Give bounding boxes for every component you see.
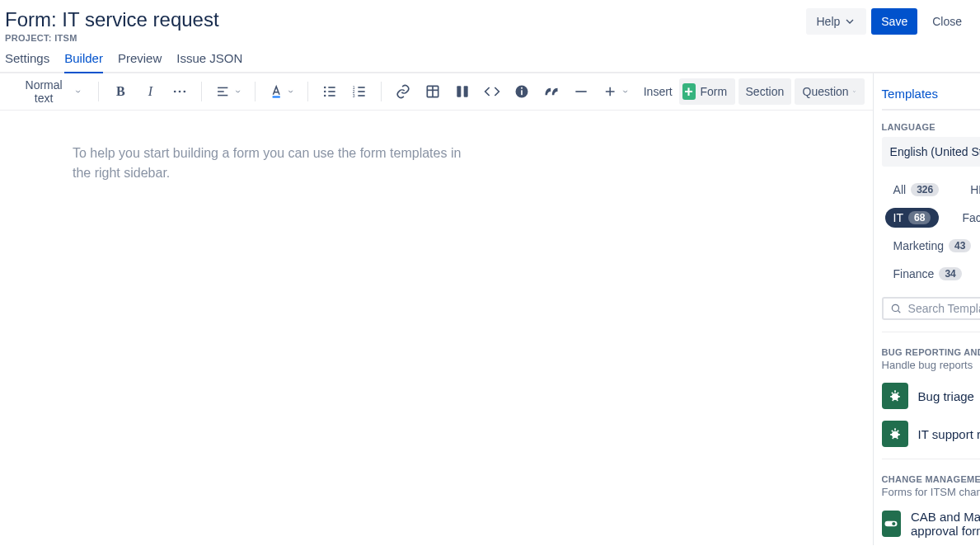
language-value: English (United States) <box>890 145 980 158</box>
chevron-down-icon <box>843 15 856 28</box>
plus-square-icon: + <box>682 83 696 100</box>
templates-sidebar: Templates LANGUAGE English (United State… <box>874 73 980 545</box>
category-pill-marketing[interactable]: Marketing43 <box>885 236 980 256</box>
header-actions: Help Save Close <box>806 8 972 35</box>
divider-button[interactable] <box>568 78 594 105</box>
category-name: All <box>893 183 907 196</box>
chevron-down-icon <box>234 87 241 96</box>
save-label: Save <box>881 15 907 28</box>
workspace: Normal text B I 123 <box>0 73 980 545</box>
numbered-list-button[interactable]: 123 <box>346 78 373 105</box>
insert-form-button[interactable]: + Form <box>679 78 735 105</box>
separator <box>381 82 382 101</box>
svg-point-33 <box>892 304 898 311</box>
align-button[interactable] <box>210 78 246 105</box>
close-button[interactable]: Close <box>922 8 972 35</box>
text-style-select[interactable]: Normal text <box>8 78 90 105</box>
sidebar-tab-templates[interactable]: Templates <box>882 83 938 111</box>
plus-icon <box>603 83 617 100</box>
tab-settings[interactable]: Settings <box>5 51 49 72</box>
columns-icon <box>454 83 471 100</box>
canvas-placeholder: To help you start building a form you ca… <box>73 144 471 183</box>
table-button[interactable] <box>420 78 446 105</box>
svg-line-34 <box>898 311 900 313</box>
info-icon <box>513 83 530 100</box>
insert-question-label: Question <box>803 85 849 98</box>
insert-form-label: Form <box>701 85 728 98</box>
text-style-label: Normal text <box>16 78 71 105</box>
category-name: Finance <box>893 267 935 280</box>
editor-canvas[interactable]: To help you start building a form you ca… <box>0 111 544 216</box>
category-count: 326 <box>911 183 939 196</box>
minus-icon <box>573 83 589 100</box>
editor-toolbar: Normal text B I 123 <box>0 73 873 111</box>
svg-point-2 <box>184 91 186 93</box>
template-group-desc: Forms for ITSM change management <box>882 486 980 498</box>
chevron-down-icon <box>852 87 856 96</box>
more-formatting-button[interactable] <box>166 78 193 105</box>
layout-button[interactable] <box>449 78 476 105</box>
category-name: Facilities <box>962 211 980 224</box>
tab-preview[interactable]: Preview <box>118 51 162 72</box>
bullet-list-button[interactable] <box>317 78 343 105</box>
insert-section-button[interactable]: Section <box>739 78 790 105</box>
separator <box>98 82 99 101</box>
code-button[interactable] <box>479 78 505 105</box>
svg-point-9 <box>324 91 326 93</box>
svg-point-36 <box>891 431 898 438</box>
category-pill-finance[interactable]: Finance34 <box>885 264 970 284</box>
category-filters: All326HR136IT68Facilities45Marketing43Fi… <box>882 180 980 284</box>
align-left-icon <box>215 83 230 100</box>
quote-button[interactable] <box>538 78 565 105</box>
category-pill-facilities[interactable]: Facilities45 <box>954 208 980 228</box>
separator <box>201 82 202 101</box>
toggle-icon <box>882 511 901 537</box>
language-label: LANGUAGE <box>882 122 980 132</box>
template-groups: BUG REPORTING AND TRIAGEHandle bug repor… <box>882 332 980 538</box>
text-color-button[interactable] <box>264 78 300 105</box>
search-templates-input[interactable] <box>908 302 980 315</box>
language-select[interactable]: English (United States) <box>882 137 980 167</box>
separator <box>882 459 980 459</box>
category-count: 43 <box>949 239 971 252</box>
template-item[interactable]: IT support request <box>882 421 980 447</box>
editor-column: Normal text B I 123 <box>0 73 874 545</box>
help-button[interactable]: Help <box>806 8 866 35</box>
template-item-name: CAB and Management approval form <box>911 510 980 538</box>
code-icon <box>484 83 500 100</box>
bold-button[interactable]: B <box>107 78 134 105</box>
close-label: Close <box>932 15 962 28</box>
help-label: Help <box>816 15 840 28</box>
template-item[interactable]: CAB and Management approval form <box>882 510 980 538</box>
italic-button[interactable]: I <box>137 78 163 105</box>
category-pill-all[interactable]: All326 <box>885 180 948 200</box>
svg-point-27 <box>521 87 523 89</box>
project-subtitle: PROJECT: ITSM <box>5 33 806 43</box>
title-block: Form: IT service request PROJECT: ITSM <box>5 8 806 43</box>
search-templates-wrap[interactable] <box>882 297 980 320</box>
svg-rect-24 <box>464 86 468 96</box>
text-color-icon <box>269 83 284 100</box>
insert-plus-button[interactable] <box>598 78 634 105</box>
category-pill-it[interactable]: IT68 <box>885 208 940 228</box>
svg-point-38 <box>893 522 896 525</box>
template-item-name: IT support request <box>918 427 980 441</box>
template-item[interactable]: Bug triage <box>882 383 980 409</box>
tab-issue-json[interactable]: Issue JSON <box>176 51 242 72</box>
bug-icon <box>882 383 908 409</box>
category-name: Marketing <box>893 239 944 252</box>
save-button[interactable]: Save <box>871 8 917 35</box>
svg-rect-7 <box>272 96 279 97</box>
table-icon <box>424 83 441 100</box>
template-item-name: Bug triage <box>918 389 974 403</box>
quote-icon <box>543 83 560 100</box>
category-name: HR <box>970 183 980 196</box>
insert-question-button[interactable]: Question <box>795 78 865 105</box>
chevron-down-icon <box>74 87 82 96</box>
category-count: 68 <box>908 211 931 224</box>
category-pill-hr[interactable]: HR136 <box>962 180 980 200</box>
link-button[interactable] <box>390 78 416 105</box>
page-title: Form: IT service request <box>5 8 806 31</box>
info-panel-button[interactable] <box>509 78 535 105</box>
tab-builder[interactable]: Builder <box>64 51 103 73</box>
